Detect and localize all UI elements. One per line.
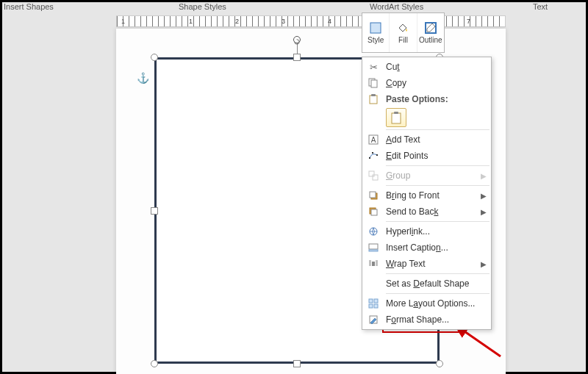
ruler-number: 1 [121,18,125,25]
menu-item-label: Format Shape... [386,314,449,325]
ruler-number: 7 [467,18,470,25]
menu-item-copy[interactable]: Copy [362,75,491,91]
menu-item-edit-points[interactable]: Edit Points [362,148,491,164]
ribbon-group-wordart-styles: WordArt Styles [370,2,423,11]
svg-rect-0 [370,23,381,33]
paste-options-row [362,107,491,128]
ruler-number: 1 [189,18,193,25]
ruler-number: 3 [282,18,285,25]
menu-separator [386,185,490,186]
svg-rect-23 [369,299,373,303]
resize-handle-sw[interactable] [151,360,158,367]
menu-item-label: More Layout Options... [386,298,475,309]
svg-rect-5 [371,94,376,96]
svg-rect-7 [394,112,398,114]
menu-item-bring-to-front[interactable]: Bring to Front ▶ [362,187,491,204]
mini-toolbar-label: Outline [419,36,442,44]
edit-points-icon [365,148,381,163]
svg-rect-26 [374,304,378,308]
svg-rect-22 [372,262,375,266]
format-shape-icon [365,312,381,327]
group-icon [365,168,381,183]
add-text-icon: A [365,132,381,147]
menu-separator [386,221,490,222]
menu-item-label: Set as Default Shape [386,278,469,289]
send-to-back-icon [365,204,381,219]
svg-text:A: A [371,136,376,144]
clipboard-icon [390,111,402,124]
mini-toolbar-label: Style [368,36,384,44]
resize-handle-nw[interactable] [151,54,158,61]
svg-rect-16 [370,192,376,198]
menu-item-send-to-back[interactable]: Send to Back ▶ [362,204,491,220]
rotation-handle[interactable] [293,36,301,43]
menu-item-label: Cut [386,62,400,72]
style-icon [369,21,382,35]
ribbon-group-shape-styles: Shape Styles [179,2,226,11]
svg-rect-4 [370,96,377,104]
resize-handle-se[interactable] [436,360,443,367]
menu-item-label: Edit Points [386,151,428,161]
ribbon-group-insert-shapes: Insert Shapes [4,2,54,11]
ribbon-group-text: Text [533,2,548,11]
wrap-text-icon [365,256,381,271]
svg-rect-11 [376,154,378,156]
menu-item-hyperlink[interactable]: Hyperlink... [362,223,491,240]
svg-rect-12 [372,152,373,154]
hyperlink-icon [365,224,381,239]
menu-separator [386,273,490,274]
menu-item-label: Paste Options: [386,94,448,104]
ruler-number: 2 [235,18,239,25]
menu-item-label: Wrap Text [386,259,426,269]
horizontal-ruler[interactable]: 1 1 2 3 4 5 6 7 [116,15,506,27]
resize-handle-s[interactable] [293,360,301,367]
menu-item-format-shape[interactable]: Format Shape... [362,312,491,328]
chevron-right-icon: ▶ [481,192,487,200]
copy-icon [365,76,381,90]
svg-rect-6 [392,113,401,123]
bring-to-front-icon [365,188,381,203]
svg-rect-10 [369,157,370,159]
svg-rect-21 [369,250,378,251]
chevron-right-icon: ▶ [481,260,487,268]
mini-toolbar-label: Fill [398,36,408,44]
ribbon-group-labels: Insert Shapes Shape Styles WordArt Style… [2,2,586,14]
mini-toolbar-style[interactable]: Style [362,13,390,52]
menu-item-label: Send to Back [386,206,438,217]
mini-toolbar-outline[interactable]: Outline [417,13,444,52]
menu-separator [386,165,490,166]
menu-item-label: Hyperlink... [386,226,430,237]
mini-toolbar: Style Fill Outline [362,12,445,53]
paste-option-keep-source[interactable] [386,108,406,127]
cut-icon: ✂ [365,60,381,74]
svg-rect-18 [371,209,377,215]
menu-item-label: Group [386,170,410,181]
outline-pen-icon [424,21,437,35]
mini-toolbar-fill[interactable]: Fill [390,13,417,52]
menu-item-group: Group ▶ [362,168,491,184]
menu-item-label: Bring to Front [386,190,440,201]
menu-item-paste-options-header: Paste Options: [362,91,491,107]
menu-item-more-layout-options[interactable]: More Layout Options... [362,295,491,312]
resize-handle-n[interactable] [293,54,301,61]
menu-separator [386,293,490,294]
svg-rect-3 [371,80,377,87]
chevron-right-icon: ▶ [481,172,487,180]
svg-rect-13 [369,171,374,176]
menu-item-wrap-text[interactable]: Wrap Text ▶ [362,256,491,272]
ruler-ticks: 1 1 2 3 4 5 6 7 [117,16,505,26]
resize-handle-w[interactable] [151,207,158,215]
svg-rect-25 [369,304,373,308]
fill-bucket-icon [396,21,409,35]
anchor-icon: ⚓ [137,72,149,84]
menu-item-insert-caption[interactable]: Insert Caption... [362,240,491,256]
menu-item-add-text[interactable]: A Add Text [362,132,491,148]
ruler-number: 4 [328,18,331,25]
svg-rect-24 [374,299,378,303]
context-menu: ✂ Cut Copy Paste Options: A Add Text [362,57,492,330]
menu-item-cut[interactable]: ✂ Cut [362,59,491,75]
menu-item-set-default-shape[interactable]: Set as Default Shape [362,276,491,292]
menu-separator [386,129,490,130]
menu-item-label: Add Text [386,134,420,145]
layout-options-icon [365,296,381,311]
